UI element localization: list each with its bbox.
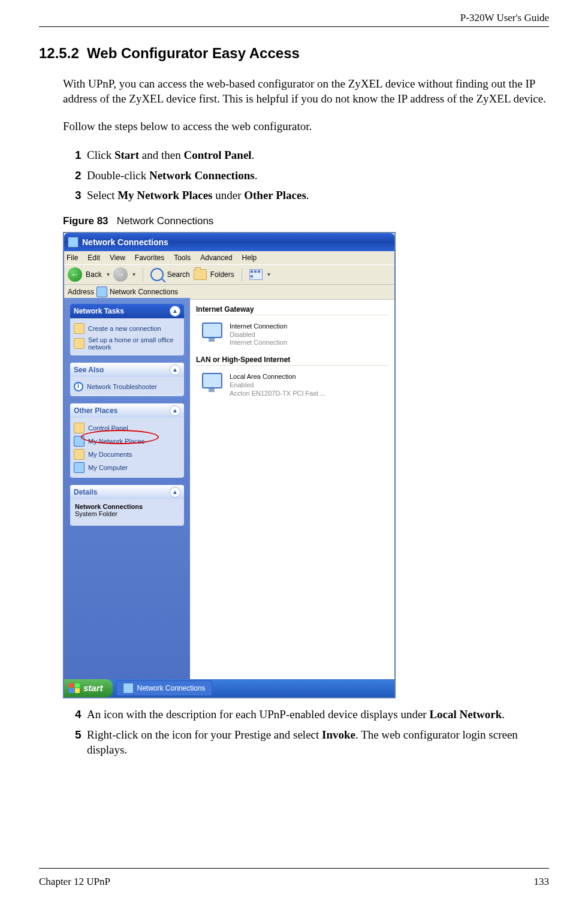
section-title: Web Configurator Easy Access [87, 45, 300, 61]
steps-list-top: 1 Click Start and then Control Panel. 2 … [75, 147, 549, 203]
step-number: 4 [75, 707, 82, 722]
intro-paragraph: With UPnP, you can access the web-based … [63, 77, 549, 106]
menu-advanced[interactable]: Advanced [200, 254, 232, 262]
step-number: 2 [75, 168, 82, 183]
collapse-icon[interactable]: ▲ [170, 487, 180, 498]
follow-paragraph: Follow the steps below to access the web… [63, 119, 549, 134]
start-button[interactable]: start [64, 679, 113, 697]
task-setup-network[interactable]: Set up a home or small office network [74, 335, 180, 352]
panel-details: Details ▲ Network Connections System Fol… [70, 485, 184, 526]
step-4: 4 An icon with the description for each … [75, 707, 549, 722]
network-places-icon [74, 436, 85, 447]
address-value[interactable]: Network Connections [110, 288, 178, 296]
folders-label[interactable]: Folders [210, 270, 234, 279]
collapse-icon[interactable]: ▲ [170, 405, 180, 416]
documents-icon [74, 449, 85, 460]
control-panel-icon [74, 423, 85, 433]
section-number: 12.5.2 [39, 45, 79, 61]
search-label[interactable]: Search [167, 270, 190, 279]
panel-title: Other Places [74, 406, 117, 415]
windows-logo-icon [69, 683, 80, 693]
wizard-icon [74, 323, 85, 334]
step-number: 1 [75, 147, 82, 163]
client-area: Network Tasks ▲ Create a new connection … [64, 298, 394, 679]
panel-header-details[interactable]: Details ▲ [70, 485, 184, 499]
views-icon[interactable] [249, 269, 263, 280]
step-5: 5 Right-click on the icon for your Prest… [75, 727, 549, 758]
menu-favorites[interactable]: Favorites [135, 254, 164, 262]
address-icon [97, 287, 107, 297]
taskbar-item-label: Network Connections [137, 684, 206, 692]
group-internet-gateway: Internet Gateway [196, 305, 388, 315]
connection-lan[interactable]: Local Area Connection Enabled Accton EN1… [196, 368, 388, 402]
link-control-panel[interactable]: Control Panel [74, 421, 180, 435]
task-create-connection[interactable]: Create a new connection [74, 322, 180, 335]
figure-caption: Figure 83 Network Connections [63, 215, 549, 227]
back-label[interactable]: Back [86, 270, 102, 279]
search-icon[interactable] [150, 268, 164, 281]
header-divider [39, 26, 549, 27]
link-network-troubleshooter[interactable]: Network Troubleshooter [74, 381, 180, 393]
connection-status: Enabled [230, 381, 325, 390]
window-title-text: Network Connections [82, 237, 168, 247]
window-icon [68, 237, 79, 248]
step-2: 2 Double-click Network Connections. [75, 168, 549, 183]
footer-chapter: Chapter 12 UPnP [39, 876, 110, 888]
panel-see-also: See Also ▲ Network Troubleshooter [70, 363, 184, 396]
connection-sub: Internet Connection [230, 339, 287, 347]
forward-dropdown-icon[interactable]: ▾ [132, 271, 135, 278]
step-1: 1 Click Start and then Control Panel. [75, 147, 549, 163]
collapse-icon[interactable]: ▲ [170, 364, 180, 375]
footer-page-number: 133 [534, 876, 550, 888]
steps-list-bottom: 4 An icon with the description for each … [75, 707, 549, 758]
details-name: Network Connections [75, 503, 179, 510]
link-my-computer[interactable]: My Computer [74, 461, 180, 474]
toolbar: ← Back ▾ → ▾ Search Folders ▾ [64, 264, 394, 285]
figure-title: Network Connections [117, 215, 214, 227]
figure-label: Figure 83 [63, 215, 108, 227]
connection-icon [198, 323, 224, 344]
back-button[interactable]: ← [68, 267, 82, 282]
panel-title: Network Tasks [74, 307, 124, 315]
computer-icon [74, 462, 85, 473]
step-number: 3 [75, 188, 82, 203]
screenshot-network-connections: Network Connections File Edit View Favor… [63, 232, 396, 698]
connection-name: Internet Connection [230, 323, 287, 331]
taskbar-item-icon [123, 683, 134, 694]
menu-edit[interactable]: Edit [88, 254, 100, 262]
link-my-documents[interactable]: My Documents [74, 448, 180, 461]
menu-help[interactable]: Help [242, 254, 257, 262]
section-heading: 12.5.2 Web Configurator Easy Access [39, 45, 549, 62]
start-label: start [83, 683, 103, 693]
connection-status: Disabled [230, 331, 287, 339]
info-icon [74, 382, 83, 391]
taskbar: start Network Connections [64, 679, 394, 697]
toolbar-separator [143, 268, 143, 281]
panel-header-see-also[interactable]: See Also ▲ [70, 363, 184, 377]
folders-icon[interactable] [194, 269, 207, 280]
back-dropdown-icon[interactable]: ▾ [107, 271, 110, 278]
address-label: Address [68, 288, 94, 296]
menu-view[interactable]: View [110, 254, 125, 262]
link-my-network-places[interactable]: My Network Places [74, 435, 180, 448]
group-lan: LAN or High-Speed Internet [196, 355, 388, 366]
header-guide-name: P-320W User's Guide [39, 12, 549, 26]
collapse-icon[interactable]: ▲ [170, 306, 180, 317]
connection-sub: Accton EN1207D-TX PCI Fast ... [230, 390, 325, 398]
menubar: File Edit View Favorites Tools Advanced … [64, 251, 394, 264]
main-pane: Internet Gateway Internet Connection Dis… [190, 298, 394, 679]
details-type: System Folder [75, 510, 179, 517]
panel-header-network-tasks[interactable]: Network Tasks ▲ [70, 304, 184, 318]
menu-file[interactable]: File [67, 254, 78, 262]
forward-button[interactable]: → [113, 267, 128, 282]
taskbar-item-network-connections[interactable]: Network Connections [116, 680, 212, 696]
connection-name: Local Area Connection [230, 373, 325, 381]
side-pane: Network Tasks ▲ Create a new connection … [64, 298, 190, 679]
panel-header-other-places[interactable]: Other Places ▲ [70, 403, 184, 418]
views-dropdown-icon[interactable]: ▾ [267, 271, 270, 278]
connection-internet[interactable]: Internet Connection Disabled Internet Co… [196, 318, 388, 352]
window-titlebar[interactable]: Network Connections [64, 233, 394, 251]
menu-tools[interactable]: Tools [174, 254, 191, 262]
footer-divider [39, 868, 549, 869]
panel-network-tasks: Network Tasks ▲ Create a new connection … [70, 304, 184, 355]
